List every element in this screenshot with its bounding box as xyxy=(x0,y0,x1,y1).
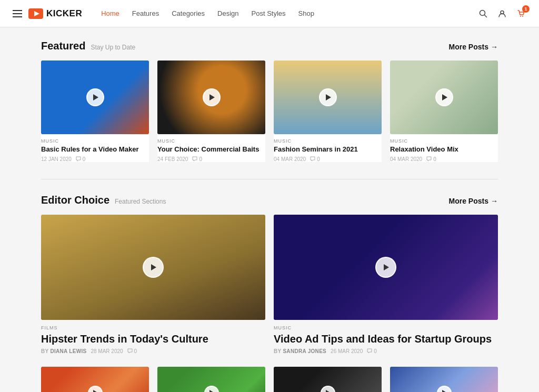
featured-thumb-3 xyxy=(390,61,498,134)
search-icon[interactable] xyxy=(478,8,488,19)
featured-meta-2: 04 MAR 2020 0 xyxy=(274,156,382,162)
editor-grid: FILMS Hipster Trends in Today's Culture … xyxy=(41,215,498,354)
user-icon[interactable] xyxy=(497,8,507,19)
featured-cat-3: MUSIC xyxy=(390,138,498,144)
hamburger-menu[interactable] xyxy=(13,10,22,17)
navbar: KICKER Home Features Categories Design P… xyxy=(0,0,539,27)
svg-marker-13 xyxy=(93,390,98,392)
play-button-0[interactable] xyxy=(86,88,104,106)
svg-marker-11 xyxy=(151,264,156,270)
editor-card-title-1: Video Ad Tips and Ideas for Startup Grou… xyxy=(274,333,498,345)
bottom-card-0[interactable] xyxy=(41,367,149,392)
editor-meta-0: BY DIANA LEWIS 28 MAR 2020 0 xyxy=(41,348,265,354)
featured-card-title-0: Basic Rules for a Video Maker xyxy=(41,145,149,154)
featured-card-2[interactable]: MUSIC Fashion Seminars in 2021 04 MAR 20… xyxy=(274,61,382,162)
bottom-thumb-3 xyxy=(390,367,498,392)
nav-actions: 1 xyxy=(478,8,526,19)
featured-thumb-1 xyxy=(157,61,265,134)
svg-point-6 xyxy=(522,16,523,17)
featured-card-title-2: Fashion Seminars in 2021 xyxy=(274,145,382,154)
featured-subtitle: Stay Up to Date xyxy=(91,44,135,51)
featured-card-3[interactable]: MUSIC Relaxation Video Mix 04 MAR 2020 0 xyxy=(390,61,498,162)
cart-badge: 1 xyxy=(522,5,530,13)
svg-marker-8 xyxy=(209,94,215,100)
featured-more-posts[interactable]: More Posts → xyxy=(449,43,498,51)
svg-marker-7 xyxy=(93,94,98,100)
editor-subtitle: Featured Sections xyxy=(115,198,166,205)
featured-card-0[interactable]: MUSIC Basic Rules for a Video Maker 12 J… xyxy=(41,61,149,162)
featured-card-title-1: Your Choice: Commercial Baits xyxy=(157,145,265,154)
nav-link-home[interactable]: Home xyxy=(95,0,126,27)
svg-marker-9 xyxy=(326,94,331,100)
logo-icon xyxy=(28,8,43,19)
editor-card-1[interactable]: MUSIC Video Ad Tips and Ideas for Startu… xyxy=(274,215,498,354)
editor-thumb-1 xyxy=(274,215,498,320)
bottom-thumb-0 xyxy=(41,367,149,392)
svg-marker-10 xyxy=(442,94,447,100)
featured-grid: MUSIC Basic Rules for a Video Maker 12 J… xyxy=(41,61,498,162)
editor-play-btn-1[interactable] xyxy=(375,257,396,278)
bottom-thumb-1 xyxy=(157,367,265,392)
nav-links: Home Features Categories Design Post Sty… xyxy=(95,0,478,27)
svg-marker-14 xyxy=(209,390,215,392)
editor-thumb-0 xyxy=(41,215,265,320)
featured-section-header: Featured Stay Up to Date More Posts → xyxy=(41,40,498,52)
nav-link-shop[interactable]: Shop xyxy=(292,0,321,27)
featured-meta-1: 24 FEB 2020 0 xyxy=(157,156,265,162)
play-button-1[interactable] xyxy=(203,88,221,106)
site-logo[interactable]: KICKER xyxy=(28,8,82,19)
editor-cat-1: MUSIC xyxy=(274,325,498,330)
bottom-card-1[interactable] xyxy=(157,367,265,392)
bottom-card-2[interactable] xyxy=(274,367,382,392)
editor-card-0[interactable]: FILMS Hipster Trends in Today's Culture … xyxy=(41,215,265,354)
logo-text: KICKER xyxy=(46,8,82,19)
svg-marker-16 xyxy=(442,390,447,392)
play-button-2[interactable] xyxy=(319,88,337,106)
play-button-3[interactable] xyxy=(435,88,453,106)
section-divider xyxy=(41,179,498,179)
featured-cat-2: MUSIC xyxy=(274,138,382,144)
editor-play-btn-0[interactable] xyxy=(143,257,164,278)
featured-thumb-2 xyxy=(274,61,382,134)
featured-cat-0: MUSIC xyxy=(41,138,149,144)
bottom-grid xyxy=(41,367,498,392)
editor-title: Editor Choice xyxy=(41,194,109,206)
svg-point-5 xyxy=(520,16,521,17)
featured-meta-0: 12 JAN 2020 0 xyxy=(41,156,149,162)
bottom-card-3[interactable] xyxy=(390,367,498,392)
editor-more-posts[interactable]: More Posts → xyxy=(449,197,498,205)
featured-title: Featured xyxy=(41,40,85,52)
bottom-thumb-2 xyxy=(274,367,382,392)
featured-card-title-3: Relaxation Video Mix xyxy=(390,145,498,154)
nav-link-post-styles[interactable]: Post Styles xyxy=(245,0,292,27)
svg-line-3 xyxy=(485,15,487,17)
featured-thumb-0 xyxy=(41,61,149,134)
nav-link-categories[interactable]: Categories xyxy=(165,0,211,27)
cart-icon-container[interactable]: 1 xyxy=(516,8,526,19)
nav-link-design[interactable]: Design xyxy=(211,0,245,27)
svg-marker-15 xyxy=(326,390,331,392)
editor-meta-1: BY SANDRA JONES 26 MAR 2020 0 xyxy=(274,348,498,354)
featured-cat-1: MUSIC xyxy=(157,138,265,144)
nav-link-features[interactable]: Features xyxy=(126,0,165,27)
editor-section-header: Editor Choice Featured Sections More Pos… xyxy=(41,194,498,206)
featured-meta-3: 04 MAR 2020 0 xyxy=(390,156,498,162)
svg-marker-12 xyxy=(384,264,389,270)
editor-card-title-0: Hipster Trends in Today's Culture xyxy=(41,333,265,345)
editor-cat-0: FILMS xyxy=(41,325,265,330)
featured-card-1[interactable]: MUSIC Your Choice: Commercial Baits 24 F… xyxy=(157,61,265,162)
main-content: Featured Stay Up to Date More Posts → MU… xyxy=(33,27,506,392)
